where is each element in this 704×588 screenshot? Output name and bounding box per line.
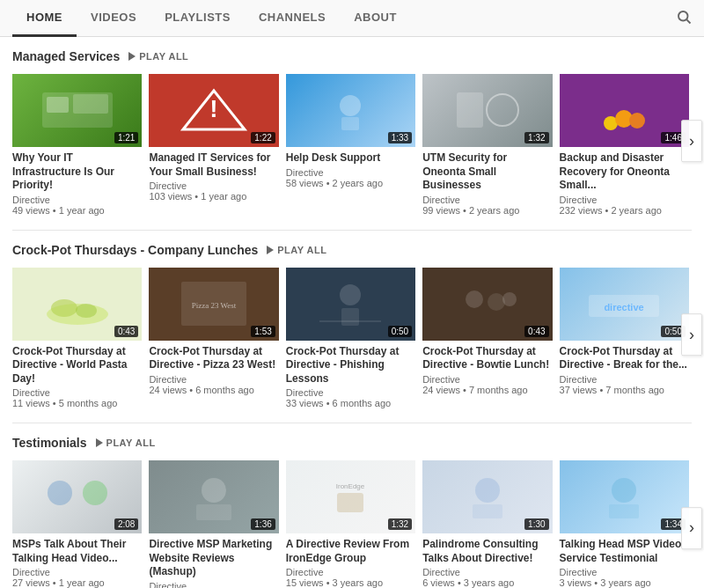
video-card[interactable]: 0:50Crock-Pot Thursday at Directive - Ph… — [286, 268, 415, 411]
play-all-button[interactable]: PLAY ALL — [267, 245, 326, 255]
video-meta: 24 views • 7 months ago — [422, 385, 552, 395]
play-icon — [128, 52, 136, 61]
play-all-button[interactable]: PLAY ALL — [128, 51, 188, 62]
svg-text:IronEdge: IronEdge — [336, 482, 365, 490]
video-thumbnail: IronEdge1:32 — [286, 460, 415, 533]
svg-point-0 — [678, 11, 688, 21]
tab-playlists[interactable]: PLAYLISTS — [150, 0, 245, 37]
scroll-right-arrow[interactable] — [681, 507, 702, 549]
video-card[interactable]: 2:08MSPs Talk About Their Talking Head V… — [12, 460, 142, 588]
video-row: 2:08MSPs Talk About Their Talking Head V… — [12, 460, 692, 588]
svg-rect-8 — [341, 117, 359, 130]
video-card[interactable]: 1:36Directive MSP Marketing Website Revi… — [149, 460, 278, 588]
video-card[interactable]: 0:43Crock-Pot Thursday at Directive - Wo… — [12, 268, 142, 411]
video-thumbnail: !1:22 — [149, 74, 278, 147]
svg-rect-9 — [457, 92, 483, 128]
svg-rect-36 — [609, 504, 639, 518]
svg-point-7 — [340, 95, 361, 116]
duration-badge: 1:22 — [251, 132, 275, 143]
duration-badge: 1:53 — [251, 326, 275, 337]
video-info: Crock-Pot Thursday at Directive - Bowtie… — [422, 341, 552, 397]
duration-badge: 1:30 — [524, 518, 548, 530]
video-row: 1:21Why Your IT Infrastructure Is Our Pr… — [12, 74, 692, 217]
play-all-label: PLAY ALL — [139, 51, 188, 62]
play-icon — [96, 438, 103, 447]
video-card[interactable]: 1:32UTM Security for Oneonta Small Busin… — [422, 74, 552, 217]
video-card[interactable]: 1:33Help Desk SupportDirective58 views •… — [286, 74, 415, 217]
video-info: Crock-Pot Thursday at Directive - Phishi… — [286, 341, 415, 411]
video-title: Talking Head MSP Video Service Testimoni… — [560, 538, 689, 565]
video-info: Crock-Pot Thursday at Directive - World … — [12, 341, 142, 411]
duration-badge: 1:36 — [251, 518, 275, 530]
scroll-right-arrow[interactable] — [681, 313, 702, 356]
video-meta: 33 views • 6 months ago — [286, 398, 415, 408]
svg-rect-34 — [473, 504, 502, 518]
scroll-right-arrow[interactable] — [681, 121, 702, 163]
video-title: Palindrome Consulting Talks About Direct… — [422, 538, 552, 565]
svg-line-1 — [686, 19, 690, 23]
svg-text:directive: directive — [605, 302, 644, 312]
video-title: MSPs Talk About Their Talking Head Video… — [12, 538, 142, 565]
svg-rect-30 — [196, 504, 231, 520]
play-all-button[interactable]: PLAY ALL — [96, 437, 156, 448]
duration-badge: 2:08 — [114, 518, 138, 530]
svg-point-29 — [202, 478, 226, 503]
video-title: Crock-Pot Thursday at Directive - Phishi… — [286, 345, 415, 386]
video-title: Help Desk Support — [286, 151, 415, 165]
video-channel: Directive — [12, 195, 142, 205]
video-card[interactable]: 1:46Backup and Disaster Recovery for One… — [560, 74, 689, 217]
duration-badge: 1:32 — [388, 518, 412, 530]
video-channel: Directive — [286, 167, 415, 178]
video-card[interactable]: 1:34Talking Head MSP Video Service Testi… — [560, 460, 689, 588]
video-card[interactable]: IronEdge1:32A Directive Review From Iron… — [286, 460, 415, 588]
section-header: Managed ServicesPLAY ALL — [12, 49, 692, 63]
search-icon[interactable] — [676, 9, 692, 28]
video-info: Crock-Pot Thursday at Directive - Pizza … — [149, 341, 278, 397]
tab-about[interactable]: ABOUT — [340, 0, 411, 37]
duration-badge: 0:50 — [388, 326, 412, 337]
svg-point-24 — [502, 292, 517, 306]
video-channel: Directive — [286, 567, 415, 577]
video-meta: 99 views • 2 years ago — [422, 205, 552, 216]
video-thumbnail: 1:33 — [286, 74, 415, 147]
video-thumbnail: 0:50 — [286, 268, 415, 341]
video-card[interactable]: !1:22Managed IT Services for Your Small … — [149, 74, 278, 217]
video-channel: Directive — [560, 195, 689, 205]
video-meta: 24 views • 6 months ago — [149, 385, 278, 395]
svg-point-28 — [83, 481, 107, 505]
section-title: Managed Services — [12, 49, 120, 63]
video-info: Directive MSP Marketing Website Reviews … — [149, 533, 278, 588]
video-channel: Directive — [422, 195, 552, 205]
section-header: TestimonialsPLAY ALL — [12, 436, 692, 450]
video-meta: 37 views • 7 months ago — [560, 385, 689, 395]
nav-bar: HOME VIDEOS PLAYLISTS CHANNELS ABOUT — [0, 0, 704, 37]
section-crock-pot: Crock-Pot Thursdays - Company LunchesPLA… — [0, 231, 704, 416]
duration-badge: 1:32 — [524, 132, 548, 143]
duration-badge: 1:21 — [114, 132, 138, 143]
section-title: Crock-Pot Thursdays - Company Lunches — [12, 243, 258, 257]
tab-channels[interactable]: CHANNELS — [245, 0, 340, 37]
play-all-label: PLAY ALL — [106, 437, 156, 448]
video-card[interactable]: 1:30Palindrome Consulting Talks About Di… — [422, 460, 552, 588]
video-card[interactable]: 0:43Crock-Pot Thursday at Directive - Bo… — [422, 268, 552, 411]
svg-point-33 — [475, 478, 500, 503]
svg-rect-20 — [341, 308, 359, 326]
video-card[interactable]: directive0:50Crock-Pot Thursday at Direc… — [560, 268, 689, 411]
tab-home[interactable]: HOME — [12, 0, 77, 37]
video-card[interactable]: 1:21Why Your IT Infrastructure Is Our Pr… — [12, 74, 142, 217]
svg-point-10 — [487, 94, 518, 126]
video-channel: Directive — [12, 567, 142, 577]
video-card[interactable]: Pizza 23 West1:53Crock-Pot Thursday at D… — [149, 268, 278, 411]
video-thumbnail: 1:30 — [422, 460, 552, 533]
video-title: Backup and Disaster Recovery for Oneonta… — [560, 151, 689, 193]
video-info: Crock-Pot Thursday at Directive - Break … — [560, 341, 689, 397]
svg-text:Pizza 23 West: Pizza 23 West — [192, 301, 237, 310]
video-meta: 6 views • 3 years ago — [422, 577, 552, 588]
video-thumbnail: 1:46 — [560, 74, 689, 147]
video-title: Managed IT Services for Your Small Busin… — [149, 151, 278, 179]
video-meta: 103 views • 1 year ago — [149, 191, 278, 202]
video-meta: 232 views • 2 years ago — [560, 205, 689, 216]
tab-videos[interactable]: VIDEOS — [77, 0, 150, 37]
duration-badge: 0:43 — [524, 326, 548, 337]
svg-rect-31 — [337, 493, 363, 512]
